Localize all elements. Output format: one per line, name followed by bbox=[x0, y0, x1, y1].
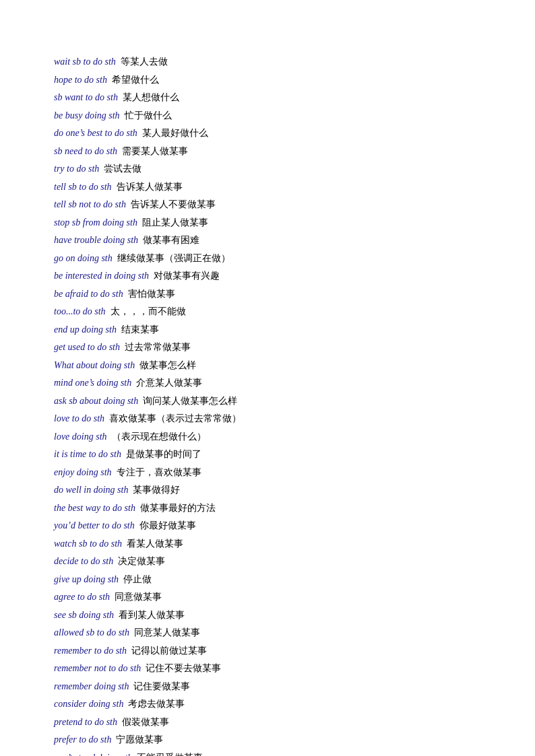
english-phrase: give up doing sth bbox=[54, 574, 119, 584]
english-phrase: pretend to do sth bbox=[54, 717, 117, 727]
english-phrase: enjoy doing sth bbox=[54, 467, 112, 477]
list-item: watch sb to do sth 看某人做某事 bbox=[54, 536, 481, 553]
list-item: wait sb to do sth 等某人去做 bbox=[54, 54, 481, 71]
chinese-translation: 告诉某人做某事 bbox=[117, 182, 183, 192]
english-phrase: end up doing sth bbox=[54, 324, 117, 335]
chinese-translation: 害怕做某事 bbox=[128, 289, 175, 299]
chinese-translation: 忙于做什么 bbox=[125, 110, 172, 121]
english-phrase: love doing sth bbox=[54, 432, 107, 442]
english-phrase: tell sb to do sth bbox=[54, 182, 112, 192]
english-phrase: consider doing sth bbox=[54, 699, 123, 709]
english-phrase: wait sb to do sth bbox=[54, 57, 116, 67]
chinese-translation: 看到某人做某事 bbox=[119, 610, 185, 620]
chinese-translation: 某事做得好 bbox=[133, 485, 180, 495]
english-phrase: have trouble doing sth bbox=[54, 235, 138, 245]
english-phrase: stop sb from doing sth bbox=[54, 217, 137, 228]
english-phrase: What about doing sth bbox=[54, 360, 135, 370]
list-item: have trouble doing sth 做某事有困难 bbox=[54, 232, 481, 249]
list-item: love to do sth 喜欢做某事（表示过去常常做） bbox=[54, 411, 481, 427]
list-item: decide to do sth 决定做某事 bbox=[54, 553, 481, 570]
english-phrase: decide to do sth bbox=[54, 556, 113, 566]
chinese-translation: 尝试去做 bbox=[104, 164, 141, 174]
entries-list: wait sb to do sth 等某人去做hope to do sth 希望… bbox=[54, 54, 481, 756]
chinese-translation: 对做某事有兴趣 bbox=[154, 271, 220, 281]
list-item: give up doing sth 停止做 bbox=[54, 572, 481, 588]
english-phrase: too...to do sth bbox=[54, 306, 106, 316]
english-phrase: ask sb about doing sth bbox=[54, 396, 138, 406]
chinese-translation: 介意某人做某事 bbox=[136, 378, 202, 388]
chinese-translation: 不能忍受做某事 bbox=[137, 753, 203, 757]
english-phrase: love to do sth bbox=[54, 413, 104, 423]
list-item: end up doing sth 结束某事 bbox=[54, 322, 481, 339]
english-phrase: mind one’s doing sth bbox=[54, 378, 131, 388]
list-item: ask sb about doing sth 询问某人做某事怎么样 bbox=[54, 393, 481, 410]
chinese-translation: 宁愿做某事 bbox=[116, 734, 163, 745]
list-item: try to do sth 尝试去做 bbox=[54, 161, 481, 178]
chinese-translation: 询问某人做某事怎么样 bbox=[143, 396, 237, 406]
chinese-translation: 希望做什么 bbox=[112, 75, 159, 85]
list-item: remember not to do sth 记住不要去做某事 bbox=[54, 660, 481, 677]
list-item: be interested in doing sth 对做某事有兴趣 bbox=[54, 268, 481, 285]
chinese-translation: 做某事怎么样 bbox=[139, 360, 196, 370]
english-phrase: allowed sb to do sth bbox=[54, 627, 129, 638]
english-phrase: go on doing sth bbox=[54, 253, 113, 263]
chinese-translation: 做某事有困难 bbox=[143, 235, 199, 245]
list-item: get used to do sth 过去常常做某事 bbox=[54, 339, 481, 356]
list-item: remember to do sth 记得以前做过某事 bbox=[54, 643, 481, 660]
english-phrase: be afraid to do sth bbox=[54, 289, 123, 299]
english-phrase: get used to do sth bbox=[54, 342, 120, 352]
chinese-translation: 结束某事 bbox=[121, 324, 159, 335]
list-item: stop sb from doing sth 阻止某人做某事 bbox=[54, 215, 481, 232]
english-phrase: hope to do sth bbox=[54, 75, 107, 85]
chinese-translation: 记住不要去做某事 bbox=[146, 663, 221, 673]
list-item: be busy doing sth 忙于做什么 bbox=[54, 108, 481, 125]
list-item: the best way to do sth 做某事最好的方法 bbox=[54, 500, 481, 517]
chinese-translation: 告诉某人不要做某事 bbox=[131, 199, 216, 209]
english-phrase: remember doing sth bbox=[54, 681, 129, 691]
list-item: pretend to do sth 假装做某事 bbox=[54, 714, 481, 731]
english-phrase: it is time to do sth bbox=[54, 449, 121, 459]
english-phrase: the best way to do sth bbox=[54, 503, 135, 513]
list-item: too...to do sth 太，，，而不能做 bbox=[54, 304, 481, 320]
english-phrase: be interested in doing sth bbox=[54, 271, 149, 281]
list-item: agree to do sth 同意做某事 bbox=[54, 589, 481, 606]
chinese-translation: 做某事最好的方法 bbox=[140, 503, 216, 513]
chinese-translation: 需要某人做某事 bbox=[122, 146, 188, 156]
list-item: go on doing sth 继续做某事（强调正在做） bbox=[54, 250, 481, 267]
list-item: What about doing sth 做某事怎么样 bbox=[54, 357, 481, 374]
list-item: sb need to do sth 需要某人做某事 bbox=[54, 143, 481, 160]
chinese-translation: 同意某人做某事 bbox=[134, 627, 200, 638]
english-phrase: watch sb to do sth bbox=[54, 539, 122, 549]
list-item: be afraid to do sth 害怕做某事 bbox=[54, 286, 481, 303]
list-item: tell sb not to do sth 告诉某人不要做某事 bbox=[54, 197, 481, 213]
chinese-translation: 某人最好做什么 bbox=[142, 128, 208, 138]
list-item: do one’s best to do sth 某人最好做什么 bbox=[54, 125, 481, 142]
chinese-translation: 阻止某人做某事 bbox=[142, 217, 208, 228]
list-item: mind one’s doing sth 介意某人做某事 bbox=[54, 375, 481, 392]
english-phrase: try to do sth bbox=[54, 164, 99, 174]
list-item: allowed sb to do sth 同意某人做某事 bbox=[54, 625, 481, 642]
english-phrase: sb want to do sth bbox=[54, 92, 118, 102]
list-item: you’d better to do sth 你最好做某事 bbox=[54, 518, 481, 535]
chinese-translation: 同意做某事 bbox=[115, 592, 162, 602]
english-phrase: can’t stand doing sth bbox=[54, 753, 132, 757]
chinese-translation: 某人想做什么 bbox=[123, 92, 179, 102]
english-phrase: be busy doing sth bbox=[54, 110, 120, 121]
english-phrase: remember to do sth bbox=[54, 646, 127, 656]
list-item: consider doing sth 考虑去做某事 bbox=[54, 696, 481, 713]
chinese-translation: 过去常常做某事 bbox=[125, 342, 191, 352]
list-item: love doing sth （表示现在想做什么） bbox=[54, 429, 481, 446]
english-phrase: you’d better to do sth bbox=[54, 520, 135, 530]
main-content: wait sb to do sth 等某人去做hope to do sth 希望… bbox=[0, 0, 535, 756]
chinese-translation: 喜欢做某事（表示过去常常做） bbox=[109, 413, 241, 423]
english-phrase: tell sb not to do sth bbox=[54, 199, 126, 209]
list-item: tell sb to do sth 告诉某人做某事 bbox=[54, 179, 481, 196]
english-phrase: do well in doing sth bbox=[54, 485, 128, 495]
chinese-translation: 等某人去做 bbox=[121, 57, 168, 67]
chinese-translation: 停止做 bbox=[123, 574, 152, 584]
list-item: hope to do sth 希望做什么 bbox=[54, 72, 481, 89]
chinese-translation: （表示现在想做什么） bbox=[112, 432, 206, 442]
list-item: do well in doing sth 某事做得好 bbox=[54, 482, 481, 499]
english-phrase: agree to do sth bbox=[54, 592, 110, 602]
chinese-translation: 记得以前做过某事 bbox=[131, 646, 207, 656]
